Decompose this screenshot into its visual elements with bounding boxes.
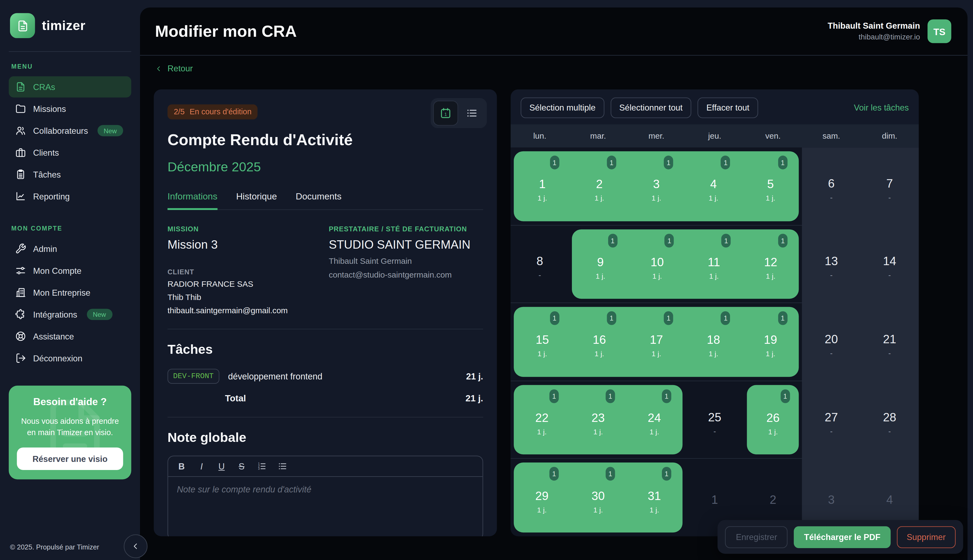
calendar-day-18[interactable]: 1181 j. — [685, 307, 742, 377]
sidebar-item-missions[interactable]: Missions — [8, 98, 131, 120]
calendar-day-8[interactable]: 8- — [511, 225, 569, 303]
calendar-day-9[interactable]: 191 j. — [572, 229, 629, 299]
calendar-day-14[interactable]: 14- — [861, 225, 919, 303]
calendar-action-s-lection-multiple[interactable]: Sélection multiple — [521, 98, 604, 118]
calendar-day-7[interactable]: 7- — [861, 148, 919, 225]
day-number: 29 — [535, 489, 548, 503]
tab-documents[interactable]: Documents — [296, 191, 342, 210]
calendar-day-17[interactable]: 1171 j. — [628, 307, 685, 377]
calendar-action-s-lectionner-tout[interactable]: Sélectionner tout — [611, 98, 691, 118]
sidebar-item-reporting[interactable]: Reporting — [8, 186, 131, 207]
calendar-day-1[interactable]: 111 j. — [514, 152, 571, 221]
divider — [168, 417, 483, 417]
sidebar-item-admin[interactable]: Admin — [8, 238, 131, 260]
calendar-day-20[interactable]: 20- — [802, 303, 861, 380]
save-button[interactable]: Enregistrer — [725, 526, 788, 548]
sidebar-item-mon-compte[interactable]: Mon Compte — [8, 260, 131, 282]
calendar-day-29[interactable]: 1291 j. — [514, 463, 570, 532]
selected-range[interactable]: 1151 j.1161 j.1171 j.1181 j.1191 j. — [514, 307, 799, 377]
selected-range[interactable]: 1291 j.1301 j.1311 j. — [514, 463, 683, 532]
calendar-day-30[interactable]: 1301 j. — [570, 463, 626, 532]
selected-range[interactable]: 111 j.121 j.131 j.141 j.151 j. — [514, 152, 799, 221]
selected-range[interactable]: 191 j.1101 j.1111 j.1121 j. — [572, 229, 799, 299]
week-row: 111 j.121 j.131 j.141 j.151 j.6-7- — [511, 148, 919, 225]
view-tasks-link[interactable]: Voir les tâches — [854, 103, 909, 113]
selected-range[interactable]: 1261 j. — [747, 385, 799, 455]
calendar-day-27[interactable]: 27- — [802, 381, 861, 458]
tab-informations[interactable]: Informations — [168, 191, 218, 210]
user-meta: Thibault Saint Germain thibault@timizer.… — [828, 22, 920, 42]
sidebar-item-cras[interactable]: CRAs — [8, 76, 131, 98]
strikethrough-button[interactable]: S — [237, 462, 246, 472]
calendar-day-16[interactable]: 1161 j. — [571, 307, 628, 377]
book-visio-button[interactable]: Réserver une visio — [17, 448, 123, 470]
day-empty-value: - — [888, 272, 891, 278]
calendar-day-21[interactable]: 21- — [861, 303, 919, 380]
calendar-day-11[interactable]: 1111 j. — [685, 229, 742, 299]
clipboard-icon — [15, 168, 27, 180]
calendar-day-22[interactable]: 1221 j. — [514, 385, 570, 455]
calendar-day-2[interactable]: 121 j. — [571, 152, 628, 221]
download-pdf-button[interactable]: Télécharger le PDF — [794, 526, 891, 548]
calendar-day-4[interactable]: 141 j. — [685, 152, 742, 221]
calendar-day-12[interactable]: 1121 j. — [742, 229, 799, 299]
bold-button[interactable]: B — [177, 462, 186, 472]
briefcase-icon — [15, 147, 27, 158]
calendar-day-26[interactable]: 1261 j. — [747, 385, 799, 455]
sidebar-item-t-ches[interactable]: Tâches — [8, 164, 131, 185]
avatar[interactable]: TS — [928, 20, 951, 43]
view-toggle: 1 — [431, 98, 487, 128]
calendar-action-effacer-tout[interactable]: Effacer tout — [698, 98, 758, 118]
day-number: 3 — [653, 178, 660, 192]
wrench-icon — [15, 243, 27, 255]
calendar-day-28[interactable]: 28- — [861, 381, 919, 458]
brand-name: timizer — [42, 18, 85, 33]
calendar-day-31[interactable]: 1311 j. — [626, 463, 683, 532]
note-input[interactable]: Note sur le compte rendu d'activité — [168, 477, 482, 536]
calendar-day-10[interactable]: 1101 j. — [629, 229, 686, 299]
selected-range[interactable]: 1221 j.1231 j.1241 j. — [514, 385, 683, 455]
delete-button[interactable]: Supprimer — [897, 526, 956, 548]
calendar-day-15[interactable]: 1151 j. — [514, 307, 571, 377]
day-empty-value: - — [830, 350, 833, 356]
sidebar-item-assistance[interactable]: Assistance — [8, 326, 131, 347]
calendar-day-24[interactable]: 1241 j. — [626, 385, 683, 455]
calendar-day-19[interactable]: 1191 j. — [742, 307, 799, 377]
sidebar-item-mon-entreprise[interactable]: Mon Entreprise — [8, 282, 131, 303]
sidebar-item-label: Collaborateurs — [33, 126, 88, 135]
chevron-left-icon — [155, 65, 163, 72]
weekday-header: lun.mar.mer.jeu.ven.sam.dim. — [511, 124, 919, 148]
sidebar-item-clients[interactable]: Clients — [8, 142, 131, 163]
calendar-day-6[interactable]: 6- — [802, 148, 861, 225]
sidebar-item-int-grations[interactable]: IntégrationsNew — [8, 304, 131, 325]
task-days: 21 j. — [466, 371, 483, 381]
client-name: Thib Thib — [168, 292, 329, 302]
day-value: 1 j. — [651, 195, 661, 202]
day-value: 1 j. — [538, 350, 547, 358]
day-number: 12 — [764, 256, 777, 270]
help-card: Besoin d'aide ? Nous vous aidons à prend… — [8, 386, 131, 480]
calendar-day-13[interactable]: 13- — [802, 225, 861, 303]
list-view-button[interactable] — [460, 100, 485, 126]
back-link[interactable]: Retour — [155, 64, 193, 73]
underline-button[interactable]: U — [217, 462, 226, 472]
bullet-list-button[interactable] — [278, 462, 288, 472]
calendar-weeks: 111 j.121 j.131 j.141 j.151 j.6-7-191 j.… — [511, 148, 919, 536]
sidebar-item-d-connexion[interactable]: Déconnexion — [8, 348, 131, 369]
day-number: 7 — [886, 177, 893, 190]
week-row: 191 j.1101 j.1111 j.1121 j.8-13-14- — [511, 225, 919, 303]
provider-company: STUDIO SAINT GERMAIN — [329, 238, 483, 252]
collapse-sidebar-button[interactable] — [124, 534, 148, 558]
task-row: DEV-FRONTdéveloppement frontend21 j. — [168, 368, 483, 384]
task-count-badge: 1 — [781, 389, 790, 403]
italic-button[interactable]: I — [197, 462, 206, 472]
calendar-view-button[interactable]: 1 — [433, 100, 458, 126]
sidebar-item-collaborateurs[interactable]: CollaborateursNew — [8, 120, 131, 142]
calendar-day-5[interactable]: 151 j. — [742, 152, 799, 221]
calendar-day-3[interactable]: 131 j. — [628, 152, 685, 221]
calendar-day-25[interactable]: 25- — [685, 381, 744, 458]
tasks-title: Tâches — [168, 342, 483, 357]
ordered-list-button[interactable]: 123 — [257, 462, 267, 472]
tab-historique[interactable]: Historique — [236, 191, 277, 210]
calendar-day-23[interactable]: 1231 j. — [570, 385, 626, 455]
